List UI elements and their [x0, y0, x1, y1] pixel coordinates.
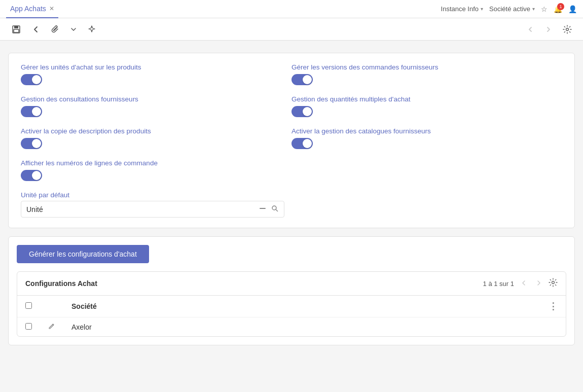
row-check-cell [17, 317, 40, 337]
toggle-wrapper-6 [292, 106, 562, 117]
top-bar: App Achats ✕ Instance Info ▾ Société act… [0, 0, 583, 18]
toggle-2[interactable] [21, 106, 42, 117]
setting-label-6: Gestion des quantités multiples d'achat [292, 95, 562, 103]
unit-input-wrapper: Unité [21, 201, 284, 218]
tab-close-icon[interactable]: ✕ [49, 5, 54, 12]
tab-app-achats[interactable]: App Achats ✕ [6, 0, 58, 18]
toggle-1[interactable] [21, 74, 42, 85]
col-header-edit [40, 296, 63, 317]
column-more-btn[interactable]: ⋮ [549, 301, 558, 312]
star-icon[interactable]: ☆ [541, 5, 548, 13]
unit-field: Unité par défaut Unité [21, 191, 292, 218]
instance-info-label: Instance Info [441, 5, 479, 13]
setting-item-4: Afficher les numéros de lignes de comman… [21, 159, 292, 181]
toolbar-left [8, 22, 99, 37]
svg-rect-4 [260, 208, 266, 209]
toggle-wrapper-1 [21, 74, 292, 85]
societe-active-label: Société active [489, 5, 530, 13]
setting-label-3: Activer la copie de description des prod… [21, 127, 292, 135]
toggle-7[interactable] [292, 138, 313, 149]
svg-rect-1 [14, 26, 18, 28]
toggle-6[interactable] [292, 106, 313, 117]
select-all-checkbox[interactable] [25, 302, 32, 309]
bell-badge: 1 [557, 3, 564, 10]
nav-next-button[interactable] [541, 23, 556, 35]
settings-card: Gérer les unités d'achat sur les produit… [8, 53, 575, 228]
instance-info-chevron: ▾ [481, 6, 483, 12]
setting-label-1: Gérer les unités d'achat sur les produit… [21, 63, 292, 71]
table-header-row: Société ⋮ [17, 296, 566, 317]
toggle-3[interactable] [21, 138, 42, 149]
row-more-cell [540, 317, 566, 337]
table-row: Axelor [17, 317, 566, 337]
col-header-societe: Société [63, 296, 540, 317]
societe-active-chevron: ▾ [532, 6, 535, 12]
setting-item-7: Activer la gestion des catalogues fourni… [292, 127, 562, 149]
row-edit-btn-1[interactable] [48, 323, 55, 331]
setting-item-2: Gestion des consultations fournisseurs [21, 95, 292, 117]
societe-active-link[interactable]: Société active ▾ [489, 5, 535, 13]
svg-point-6 [552, 281, 555, 284]
instance-info-link[interactable]: Instance Info ▾ [441, 5, 483, 13]
settings-gear-button[interactable] [560, 23, 575, 36]
unit-field-icons [259, 204, 279, 214]
toggle-wrapper-4 [21, 170, 292, 181]
table-next-btn[interactable] [533, 278, 544, 289]
toggle-wrapper-3 [21, 138, 292, 149]
toolbar-right [523, 23, 575, 36]
configurations-table-section: Configurations Achat 1 à 1 sur 1 [17, 271, 566, 337]
toggle-wrapper-7 [292, 138, 562, 149]
svg-point-3 [566, 28, 569, 30]
attach-button[interactable] [48, 23, 63, 36]
row-edit-cell [40, 317, 63, 337]
table-title: Configurations Achat [25, 279, 97, 288]
back-button[interactable] [28, 23, 44, 36]
row-checkbox-1[interactable] [25, 323, 32, 330]
setting-label-4: Afficher les numéros de lignes de comman… [21, 159, 292, 167]
col-header-more: ⋮ [540, 296, 566, 317]
user-avatar-icon[interactable]: 👤 [568, 5, 577, 13]
toggle-wrapper-2 [21, 106, 292, 117]
toggle-wrapper-5 [292, 74, 562, 85]
table-pagination: 1 à 1 sur 1 [483, 280, 514, 288]
row-societe-cell: Axelor [63, 317, 540, 337]
tab-label: App Achats [10, 5, 46, 13]
svg-rect-2 [14, 29, 19, 32]
table-nav: 1 à 1 sur 1 [483, 278, 558, 289]
row-societe-value-1: Axelor [71, 323, 92, 331]
settings-grid: Gérer les unités d'achat sur les produit… [21, 63, 562, 218]
configurations-table: Société ⋮ [17, 296, 566, 336]
setting-label-5: Gérer les versions des commandes fournis… [292, 63, 562, 71]
configurations-section: Générer les configurations d'achat Confi… [8, 236, 575, 345]
unit-label: Unité par défaut [21, 191, 292, 199]
bell-wrapper: 🔔 1 [554, 5, 562, 13]
clear-field-icon[interactable] [259, 204, 267, 214]
top-bar-left: App Achats ✕ [6, 0, 58, 18]
setting-item-1: Gérer les unités d'achat sur les produit… [21, 63, 292, 85]
table-header: Configurations Achat 1 à 1 sur 1 [17, 272, 566, 296]
svg-point-5 [272, 206, 276, 210]
unit-value: Unité [26, 205, 259, 213]
table-settings-gear[interactable] [549, 278, 558, 289]
nav-prev-button[interactable] [523, 23, 537, 35]
toggle-4[interactable] [21, 170, 42, 181]
top-bar-right: Instance Info ▾ Société active ▾ ☆ 🔔 1 👤 [441, 5, 577, 13]
setting-label-2: Gestion des consultations fournisseurs [21, 95, 292, 103]
magic-button[interactable] [84, 23, 99, 36]
main-content: Gérer les unités d'achat sur les produit… [0, 41, 583, 366]
toolbar [0, 18, 583, 41]
generate-btn[interactable]: Générer les configurations d'achat [17, 245, 149, 263]
search-field-icon[interactable] [271, 204, 279, 214]
dropdown-button[interactable] [67, 24, 80, 35]
table-prev-btn[interactable] [518, 278, 529, 289]
setting-item-6: Gestion des quantités multiples d'achat [292, 95, 562, 117]
setting-item-5: Gérer les versions des commandes fournis… [292, 63, 562, 85]
setting-item-3: Activer la copie de description des prod… [21, 127, 292, 149]
toggle-5[interactable] [292, 74, 313, 85]
settings-col-right: Gérer les versions des commandes fournis… [292, 63, 562, 218]
save-button[interactable] [8, 22, 24, 37]
col-header-check [17, 296, 40, 317]
setting-label-7: Activer la gestion des catalogues fourni… [292, 127, 562, 135]
settings-col-left: Gérer les unités d'achat sur les produit… [21, 63, 292, 218]
